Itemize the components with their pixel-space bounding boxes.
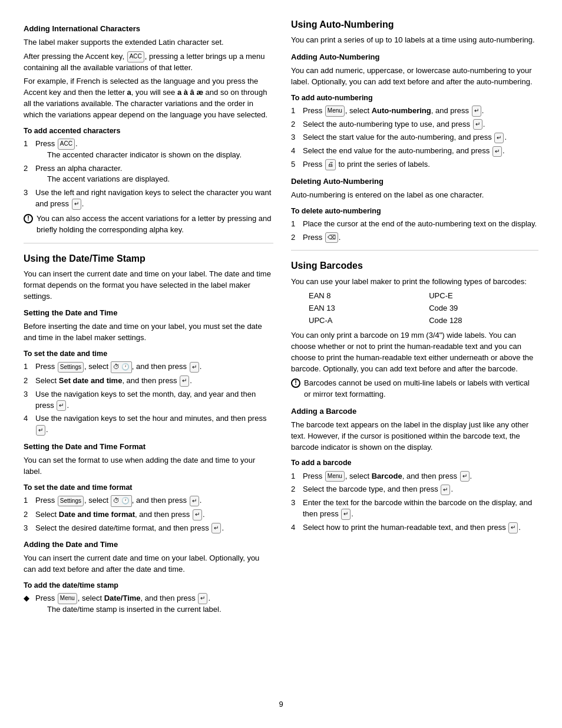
barcode-code128: Code 128 [429,315,538,327]
delete-autonumbering-steps: 1 Place the cursor at the end of the aut… [291,219,538,243]
barcodes-note: ! Barcodes cannot be used on multi-line … [291,378,538,400]
menu-key-an1: Menu [325,106,345,117]
datetime-para1: You can insert the current date and time… [24,269,273,302]
add-datetime-bullet-1-sub: The date/time stamp is inserted in the c… [35,604,222,615]
clock-icon-2: ⏱ 🕐 [111,495,132,507]
intl-note: ! You can also access the accent variati… [24,213,273,236]
section-international-chars: Adding International Characters The labe… [24,24,273,236]
section-autonumbering: Using Auto-Numbering You can print a ser… [291,18,538,243]
ok-key-an1: ↵ [472,106,481,117]
autonumbering-step-4: 4 Select the end value for the auto-numb… [291,146,538,157]
menu-key-dt: Menu [58,593,77,604]
add-datetime-para: You can insert the current date and time… [24,553,273,575]
ok-key-1d: ↵ [36,425,45,436]
add-barcode-step-2: 2 Select the barcode type, and then pres… [291,484,538,495]
barcodes-para1: You can use your label maker to print th… [291,276,538,288]
section-title-intl: Adding International Characters [24,24,273,35]
subsection-datetime-format: Setting the Date and Time Format [24,442,273,453]
set-datetime-step-1: 1 Press Settings, select ⏱ 🕐, and then p… [24,361,273,373]
ok-key-an3: ↵ [494,133,504,144]
autonumbering-step-2: 2 Select the auto-numbering type to use,… [291,119,538,130]
set-datetime-para: Before inserting the date and time on yo… [24,321,273,344]
datetime-section-title: Using the Date/Time Stamp [24,252,273,265]
autonumbering-title: Using Auto-Numbering [291,18,538,31]
ok-key-bc2: ↵ [441,485,450,496]
set-datetime-step-2: 2 Select Set date and time, and then pre… [24,375,273,387]
add-datetime-bullet-1: ◆ Press Menu, select Date/Time, and then… [24,593,273,615]
task-title-datetime-format: To set the date and time format [24,482,273,493]
section-datetime: Using the Date/Time Stamp You can insert… [24,252,273,615]
add-barcode-step-3: 3 Enter the text for the barcode within … [291,498,538,520]
divider-2 [291,250,538,251]
page: Adding International Characters The labe… [0,0,562,728]
barcodes-para2: You can only print a barcode on 19 mm (3… [291,330,538,374]
intl-para3: For example, if French is selected as th… [24,76,273,120]
task-title-add-barcode: To add a barcode [291,457,538,468]
two-column-layout: Adding International Characters The labe… [24,18,538,687]
task-title-delete-autonumbering: To delete auto-numbering [291,206,538,216]
ok-key-2a: ↵ [190,496,199,507]
ok-key-dt: ↵ [198,593,207,604]
accented-step-3: 3 Use the left and right navigation keys… [24,187,273,210]
acc-key: ACC [58,139,75,150]
add-barcode-para: The barcode text appears on the label in… [291,420,538,453]
ok-key-1b: ↵ [180,375,189,387]
print-key-an: 🖨 [325,159,336,170]
ok-key-2c: ↵ [211,523,221,534]
intl-para2: After pressing the Accent key, ACC, pres… [24,51,273,74]
ok-key-2b: ↵ [193,509,202,521]
settings-key-2: Settings [58,496,84,507]
barcode-upce: UPC-E [429,291,538,302]
clock-icon-1: ⏱ 🕐 [111,361,132,373]
autonumbering-para1: You can print a series of up to 10 label… [291,35,538,46]
accented-step-2: 2 Press an alpha character. The accent v… [24,163,273,186]
datetime-format-step-2: 2 Select Date and time format, and then … [24,509,273,521]
datetime-format-step-3: 3 Select the desired date/time format, a… [24,523,273,534]
accented-step-1-sub: The accented character indicator is show… [35,150,242,161]
autonumbering-step-5: 5 Press 🖨 to print the series of labels. [291,159,538,170]
note-icon-barcode: ! [291,378,300,388]
left-column: Adding International Characters The labe… [24,18,273,687]
subsection-add-barcode: Adding a Barcode [291,406,538,417]
barcode-upca: UPC-A [309,315,411,327]
ok-key-bc1: ↵ [460,471,470,482]
add-barcode-steps: 1 Press Menu, select Barcode, and then p… [291,471,538,533]
accented-step-2-sub: The accent variations are displayed. [35,174,170,185]
barcode-ean8: EAN 8 [309,291,411,302]
task-title-add-autonumbering: To add auto-numbering [291,93,538,103]
barcodes-title: Using Barcodes [291,259,538,272]
note-icon-intl: ! [24,214,33,223]
ok-key-step3: ↵ [72,199,81,210]
datetime-format-para: You can set the format to use when addin… [24,455,273,477]
ok-key-1a: ↵ [190,362,199,373]
barcode-ean13: EAN 13 [309,303,411,314]
ok-key-bc4: ↵ [508,522,518,533]
accented-step-1: 1 Press ACC. The accented character indi… [24,139,273,161]
add-autonumbering-para: You can add numeric, uppercase, or lower… [291,65,538,88]
ok-key-bc3: ↵ [341,509,351,520]
ok-key-an2: ↵ [473,119,482,130]
add-datetime-bullets: ◆ Press Menu, select Date/Time, and then… [24,593,273,615]
right-column: Using Auto-Numbering You can print a ser… [291,18,538,687]
subsection-set-datetime: Setting the Date and Time [24,308,273,319]
ok-key-1c: ↵ [57,400,66,411]
subsection-add-datetime: Adding the Date and Time [24,539,273,551]
intl-para1: The label maker supports the extended La… [24,37,273,48]
accented-steps-list: 1 Press ACC. The accented character indi… [24,139,273,210]
autonumbering-step-1: 1 Press Menu, select Auto-numbering, and… [291,106,538,117]
set-datetime-step-3: 3 Use the navigation keys to set the mon… [24,389,273,411]
subsection-delete-autonumbering: Deleting Auto-Numbering [291,176,538,187]
autonumbering-step-3: 3 Select the start value for the auto-nu… [291,132,538,143]
add-barcode-step-1: 1 Press Menu, select Barcode, and then p… [291,471,538,482]
add-autonumbering-steps: 1 Press Menu, select Auto-numbering, and… [291,106,538,170]
page-number: 9 [24,699,538,710]
barcode-code39: Code 39 [429,303,538,314]
subsection-add-autonumbering: Adding Auto-Numbering [291,52,538,63]
delete-autonumbering-step-2: 2 Press ⌫. [291,232,538,243]
delete-autonumbering-para: Auto-numbering is entered on the label a… [291,190,538,201]
task-title-accented: To add accented characters [24,126,273,136]
ok-key-an4: ↵ [492,146,502,157]
accent-key-icon: ACC [127,51,144,62]
task-title-set-datetime: To set the date and time [24,348,273,359]
divider-1 [24,243,273,243]
